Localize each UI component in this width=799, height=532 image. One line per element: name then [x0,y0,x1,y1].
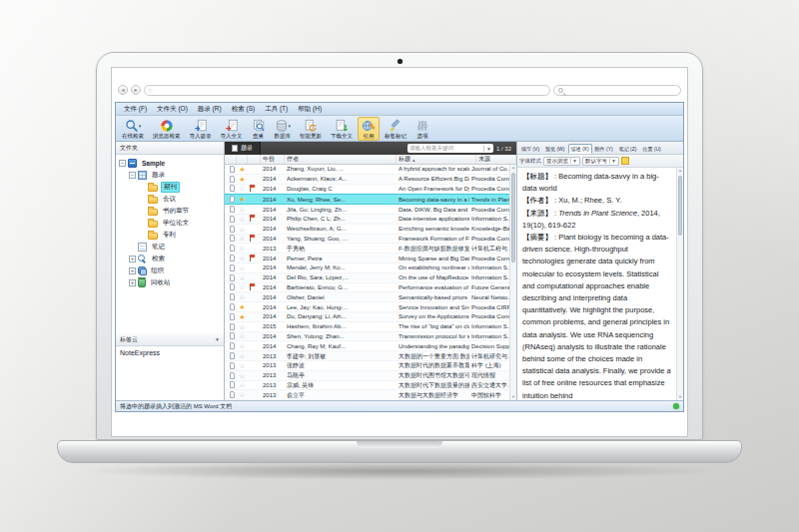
forward-icon[interactable]: ▸ [131,85,141,95]
smart-update-button[interactable]: 智能更新 [296,117,326,141]
import-fulltext-button[interactable]: 导入全文 [217,117,247,141]
table-row[interactable]: ☆2014Weichselbraun, A; G...Enriching sem… [225,225,509,235]
star-gold-icon[interactable]: ★ [237,303,248,310]
star-gold-icon[interactable]: ★ [237,313,248,320]
chevron-down-icon[interactable]: ▼ [215,336,220,342]
col-source[interactable]: 来源 [476,155,516,164]
table-row[interactable]: ☆2014Del Rio, Sara; López,...On the use … [225,273,509,283]
expand-icon[interactable]: + [129,256,136,263]
table-row[interactable]: ★2014Xu, Meng; Rhee, Se...Becoming data-… [225,194,509,205]
star-gray-icon[interactable]: ☆ [237,206,248,213]
download-fulltext-button[interactable]: 下载全文 [327,117,357,141]
dropdown-caret-icon[interactable]: ▾ [289,124,292,128]
star-gray-icon[interactable]: ☆ [237,323,248,330]
tree-item[interactable]: −题录 [116,169,224,181]
back-icon[interactable]: ◂ [118,85,128,95]
table-row[interactable]: ☆2014Perner, PetraMining Sparse and Big … [225,254,509,264]
col-year[interactable]: 年份 [261,155,285,164]
tree-item[interactable]: 期刊 [116,181,224,193]
detail-tab[interactable]: 笔记 (Z) [616,144,640,154]
flag-icon[interactable] [248,185,261,193]
scroll-down-icon[interactable]: ▼ [510,394,516,400]
star-gold-icon[interactable]: ★ [237,176,248,183]
flag-icon[interactable] [248,283,261,291]
star-gray-icon[interactable]: ☆ [237,352,248,359]
browser-search-button[interactable]: 浏览器检索 [149,117,185,141]
star-gray-icon[interactable]: ☆ [237,185,248,192]
star-gray-icon[interactable]: ☆ [237,381,248,388]
tree-item[interactable]: +检索 [116,253,224,265]
tree-item[interactable]: 笔记 [116,241,224,253]
tree-item[interactable]: +回收站 [116,276,224,288]
search-input[interactable] [553,85,681,96]
flag-icon[interactable] [248,255,261,263]
menu-item[interactable]: 帮助 (H) [293,105,327,114]
table-row[interactable]: ☆2014Barbierato, Enrico; G...Performance… [225,283,509,293]
detail-tab[interactable]: 附件 (Y) [592,144,616,154]
tree-item[interactable]: 专利 [116,229,224,241]
col-doc[interactable] [225,155,237,164]
menu-item[interactable]: 工具 (T) [260,105,293,114]
star-gray-icon[interactable]: ☆ [237,216,248,223]
database-button[interactable]: ▾ 数据库 [271,117,296,141]
expand-icon[interactable]: + [129,267,136,274]
list-scrollbar[interactable]: ▲ ▼ [509,165,516,400]
star-gray-icon[interactable]: ☆ [237,255,248,262]
table-row[interactable]: ☆2013李建中; 刘显敏大数据的一个重要方面:数据可用性计算机研究与... [225,351,509,361]
star-gray-icon[interactable]: ☆ [237,274,248,281]
star-gold-icon[interactable]: ★ [237,166,248,173]
detail-scrollbar[interactable]: ▲ ▼ [676,168,683,400]
menu-item[interactable]: 文件夹 (O) [152,105,193,114]
tag-item[interactable]: NoteExpress [120,349,160,356]
font-size-dropdown[interactable]: 默认字号▼ [582,157,619,166]
table-row[interactable]: ★2014Lee, Jay; Kao, Hung-...Service Inno… [225,302,509,312]
table-row[interactable]: ☆2014Yang, Shuang; Guo, ...Framework For… [225,235,509,245]
tags-panel-header[interactable]: 标签云 ▼ [116,333,224,346]
expand-icon[interactable]: + [129,279,136,286]
star-gray-icon[interactable]: ☆ [237,245,248,252]
col-title[interactable]: 标题▴ [397,155,476,164]
table-row[interactable]: ☆2013于秀艳F-数据挖掘与缺损数据修复-还原计算机工程与... [225,244,509,254]
cite-button[interactable]: 引用 [358,117,380,141]
tab-records[interactable]: 题录 [225,142,261,155]
table-row[interactable]: ☆2014Shen, Yulong; Zhan...Transmission p… [225,332,509,342]
star-gray-icon[interactable]: ☆ [237,265,248,271]
menu-item[interactable]: 文件 (F) [119,105,152,114]
star-gray-icon[interactable]: ☆ [237,372,248,379]
star-gray-icon[interactable]: ☆ [237,283,248,290]
scrollbar-thumb[interactable] [511,173,515,263]
star-gray-icon[interactable]: ☆ [237,226,248,233]
menu-item[interactable]: 检索 (S) [227,105,260,114]
table-row[interactable]: ★2014Du, Danyang; Li, Aih...Survey on th… [225,312,509,322]
table-row[interactable]: ☆2013张静波大数据时代的数据素养教育科学 (上海) [225,361,509,371]
flag-icon[interactable] [248,235,261,243]
table-row[interactable]: ☆2014Mendel, Jerry M; Ko...On establishi… [225,264,509,273]
tree-item[interactable]: 会议 [116,193,224,205]
tree-item[interactable]: −Sample [116,157,224,169]
collapse-icon[interactable]: − [129,172,136,179]
keyword-search-combo[interactable]: 请输入检索关键词 ▼ [407,144,493,153]
table-row[interactable]: ☆2014Douglas, Craig CAn Open Framework f… [225,185,509,195]
online-search-button[interactable]: ▾ 在线检索 [118,117,148,141]
tree-item[interactable]: 学位论文 [116,217,224,229]
detail-tab[interactable]: 位置 (U) [639,144,663,154]
chevron-down-icon[interactable]: ▼ [483,146,491,152]
table-row[interactable]: ☆2013俞立平大数据与大数据经济学中国软科学 [225,390,509,400]
tag-cloud[interactable]: NoteExpress [116,346,224,400]
tree-item[interactable]: 书的章节 [116,205,224,217]
col-authors[interactable]: 作者 [285,155,397,164]
scrollbar-thumb[interactable] [678,176,682,236]
col-star[interactable] [237,155,248,164]
scroll-up-icon[interactable]: ▲ [510,165,516,171]
table-row[interactable]: ☆2014Jifa, Gu; Lingling, Zh...Data, DIKW… [225,205,509,215]
scroll-up-icon[interactable]: ▲ [677,168,683,174]
table-row[interactable]: ☆2015Hashem, Ibrahim Ab...The rise of “b… [225,322,509,332]
star-gray-icon[interactable]: ☆ [237,332,248,339]
star-gray-icon[interactable]: ☆ [237,362,248,369]
star-gold-icon[interactable]: ★ [237,196,248,203]
table-row[interactable]: ☆2013马晓亭大数据时代图书馆大数据可用性保障研究现代情报 [225,371,509,381]
url-input[interactable]: ▷ [144,85,550,96]
table-row[interactable]: ☆2014Philip Chen, C L; Zh...Data-intensi… [225,215,509,225]
options-button[interactable]: 选项 [411,117,433,141]
dedupe-button[interactable]: 查重 [248,117,270,141]
